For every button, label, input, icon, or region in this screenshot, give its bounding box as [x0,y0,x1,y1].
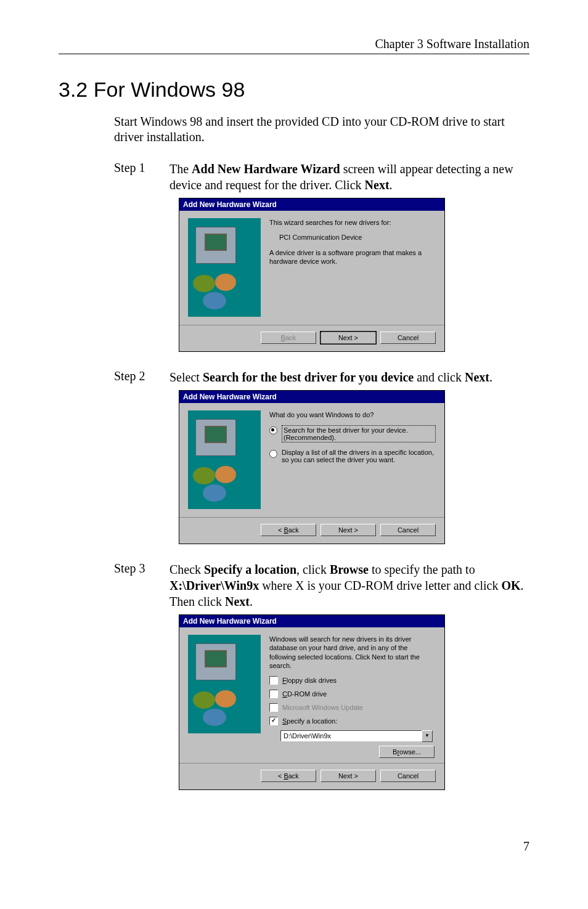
intro-paragraph: Start Windows 98 and insert the provided… [114,114,529,145]
wizard-content: This wizard searches for new drivers for… [269,218,436,320]
text: . [390,178,393,192]
back-button: Back [261,332,316,344]
radio-option-1[interactable]: Search for the best driver for your devi… [269,425,436,442]
wizard-button-row: < Back Next > Cancel [179,763,444,789]
checkbox-specify[interactable]: Specify a location: [269,717,436,725]
next-button[interactable]: Next > [321,770,376,782]
section-heading: 3.2 For Windows 98 [59,78,529,102]
bold: Browse [330,563,369,576]
wizard-content: What do you want Windows to do? Search f… [269,410,436,512]
checkbox-label: Floppy disk drives [282,677,337,684]
wizard-2: Add New Hardware Wizard What do you want… [179,390,445,544]
radio-icon [269,450,277,458]
text: where X is your CD-ROM drive letter and … [259,579,501,592]
text: . [489,370,492,384]
step-1-body: The Add New Hardware Wizard screen will … [169,161,529,193]
wizard1-line1: This wizard searches for new drivers for… [269,218,436,227]
cancel-button[interactable]: Cancel [380,332,436,344]
step-2: Step 2 Select Search for the best driver… [114,369,529,385]
wizard-3-figure: Add New Hardware Wizard Windows will sea… [179,614,529,790]
wizard-1-figure: Add New Hardware Wizard This wizard sear… [179,198,529,352]
checkbox-icon [269,703,278,712]
checkbox-icon [269,690,278,698]
bold: Next [225,595,250,608]
step-1-label: Step 1 [114,161,169,193]
cancel-button[interactable]: Cancel [380,770,436,782]
text: Check [169,563,204,576]
checkbox-icon [269,717,278,725]
path-row: D:\Driver\Win9x▼ [269,730,436,742]
wizard1-line2: PCI Communication Device [279,233,436,242]
wizard-titlebar: Add New Hardware Wizard [179,391,444,403]
radio-option-2[interactable]: Display a list of all the drivers in a s… [269,449,436,463]
wizard-titlebar: Add New Hardware Wizard [179,198,444,211]
text: and click [414,370,465,384]
wizard-graphic [188,410,261,509]
text: Select [169,370,203,384]
text: to specify the path to [369,563,475,576]
text: , click [296,563,330,576]
back-button[interactable]: < Back [261,524,316,536]
wizard-1: Add New Hardware Wizard This wizard sear… [179,198,445,352]
bold: Specify a location [204,563,296,576]
bold: Next [465,370,489,384]
text: . [250,595,253,608]
checkbox-label: Microsoft Windows Update [282,704,363,711]
bold: Next [365,178,390,192]
wizard-3: Add New Hardware Wizard Windows will sea… [179,614,445,790]
path-input[interactable]: D:\Driver\Win9x [280,730,422,741]
step-2-body: Select Search for the best driver for yo… [169,369,529,385]
wizard3-intro: Windows will search for new drivers in i… [269,635,436,670]
browse-button[interactable]: Browse... [379,746,435,758]
step-2-label: Step 2 [114,369,169,385]
dropdown-arrow-icon[interactable]: ▼ [422,730,433,742]
checkbox-floppy[interactable]: Floppy disk drives [269,676,436,685]
wizard-button-row: < Back Next > Cancel [179,517,444,544]
checkbox-cdrom[interactable]: CD-ROM drive [269,690,436,698]
wizard-2-figure: Add New Hardware Wizard What do you want… [179,390,529,544]
wizard2-prompt: What do you want Windows to do? [269,410,436,419]
radio-label: Display a list of all the drivers in a s… [282,449,436,463]
bold: Search for the best driver for you devic… [203,370,414,384]
step-1: Step 1 The Add New Hardware Wizard scree… [114,161,529,193]
step-3-body: Check Specify a location, click Browse t… [169,561,529,609]
text: The [169,162,192,176]
checkbox-icon [269,676,278,685]
step-3-label: Step 3 [114,561,169,609]
wizard-graphic [188,635,261,733]
wizard-titlebar: Add New Hardware Wizard [179,615,444,627]
next-button[interactable]: Next > [321,332,376,344]
bold: OK [501,579,520,592]
radio-label: Search for the best driver for your devi… [282,425,436,442]
wizard1-line3: A device driver is a software program th… [269,248,436,266]
wizard-button-row: Back Next > Cancel [179,325,444,351]
cancel-button[interactable]: Cancel [380,524,436,536]
back-button[interactable]: < Back [261,770,316,782]
wizard-content: Windows will search for new drivers in i… [269,635,436,758]
wizard-graphic [188,218,261,317]
checkbox-label: Specify a location: [282,717,337,725]
checkbox-label: CD-ROM drive [282,690,327,698]
step-3: Step 3 Check Specify a location, click B… [114,561,529,609]
running-header: Chapter 3 Software Installation [59,37,529,54]
bold: X:\Driver\Win9x [169,579,259,592]
radio-icon [269,426,277,434]
next-button[interactable]: Next > [321,524,376,536]
page-number: 7 [59,839,529,854]
checkbox-msupdate: Microsoft Windows Update [269,703,436,712]
bold: Add New Hardware Wizard [192,162,340,176]
